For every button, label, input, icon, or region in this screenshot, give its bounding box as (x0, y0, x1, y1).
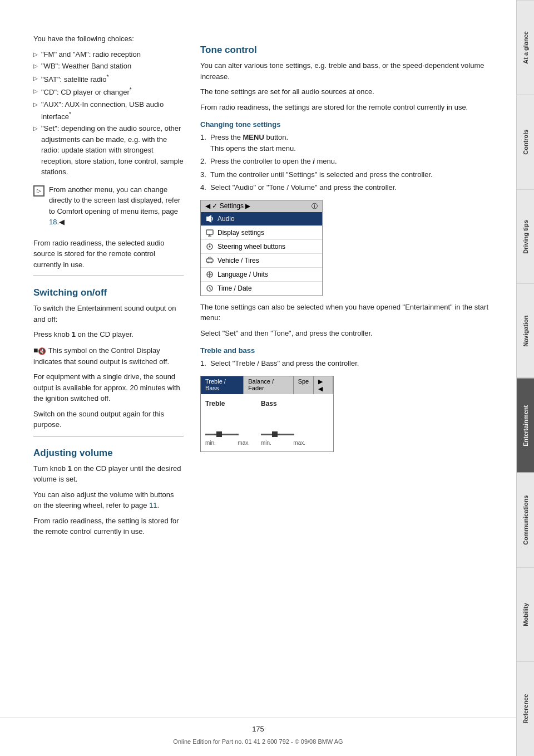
adjusting-body1: Turn knob 1 on the CD player until the d… (33, 463, 184, 485)
svg-point-6 (209, 246, 211, 247)
treble-slider-area (205, 410, 250, 438)
divider-2 (33, 436, 184, 436)
after-menu2: Select "Set" and then "Tone", and press … (200, 328, 505, 339)
intro-text: You have the following choices: (33, 33, 184, 45)
sidebar-tab-reference[interactable]: Reference (517, 661, 534, 756)
choices-list: "FM" and "AM": radio reception "WB": Wea… (33, 49, 184, 178)
page-bottom: 175 Online Edition for Part no. 01 41 2 … (0, 718, 516, 756)
bass-minmax: min. max. (261, 440, 305, 446)
tone-intro2: The tone settings are set for all audio … (200, 86, 505, 97)
note-box: ▷ From another menu, you can change dire… (33, 184, 184, 232)
step-1: Press the MENU button.This opens the sta… (200, 132, 505, 154)
menu-item-vehicle-label: Vehicle / Tires (217, 257, 259, 264)
bass-min-label: min. (261, 440, 271, 446)
menu-item-display-label: Display settings (217, 229, 264, 237)
menu-item-language: Language / Units (201, 268, 322, 282)
asterisk-aux: * (69, 111, 71, 117)
choice-set: "Set": depending on the audio source, ot… (33, 123, 184, 178)
sidebar-tab-communications[interactable]: Communications (517, 473, 534, 567)
menu-item-steering: Steering wheel buttons (201, 240, 322, 254)
bass-slider-area (261, 410, 305, 438)
settings-menu-header: ◀ ✓ Settings ▶ ⓘ (201, 200, 322, 212)
treble-bass-title: Treble and bass (200, 346, 505, 355)
sidebar-tab-at-a-glance[interactable]: At a glance (517, 0, 534, 95)
step-2: Press the controller to open the i menu. (200, 156, 505, 167)
bass-control: Bass min. max. (261, 400, 305, 446)
choice-sat: "SAT": satellite radio* (33, 73, 184, 85)
menu-item-audio: Audio (201, 212, 322, 226)
choice-cd: "CD": CD player or changer* (33, 86, 184, 98)
note-text: From another menu, you can change direct… (49, 184, 184, 228)
switching-symbol-text: ■🔇 This symbol on the Control Display in… (33, 345, 184, 367)
divider-1 (33, 276, 184, 276)
switching-body4: Switch on the sound output again for thi… (33, 409, 184, 430)
tab-arrow[interactable]: ▶ ◀ (314, 376, 333, 394)
page-link-11[interactable]: 11 (149, 501, 157, 509)
switching-title: Switching on/off (33, 287, 184, 298)
language-icon (205, 270, 214, 279)
changing-tone-title: Changing tone settings (200, 120, 505, 129)
treble-max-label: max. (238, 440, 250, 446)
choice-aux: "AUX": AUX-In connection, USB audio inte… (33, 99, 184, 122)
right-sidebar: At a glance Controls Driving tips Naviga… (516, 0, 534, 756)
adjusting-body3: From radio readiness, the setting is sto… (33, 516, 184, 537)
page-number: 175 (173, 724, 343, 735)
treble-control: Treble min. max. (205, 400, 250, 446)
sidebar-tab-driving-tips[interactable]: Driving tips (517, 189, 534, 284)
left-column: You have the following choices: "FM" and… (33, 33, 184, 723)
tab-treble-bass[interactable]: Treble / Bass (201, 376, 244, 394)
asterisk-sat: * (106, 74, 108, 80)
display-icon (205, 228, 214, 237)
adjusting-body2: You can also adjust the volume with butt… (33, 489, 184, 511)
page-link-18[interactable]: 18 (49, 218, 57, 226)
tab-balance-fader[interactable]: Balance / Fader (244, 376, 294, 394)
adjusting-title: Adjusting volume (33, 448, 184, 459)
sidebar-tab-mobility[interactable]: Mobility (517, 567, 534, 662)
settings-menu-image: ◀ ✓ Settings ▶ ⓘ Audio Display settings (200, 200, 323, 296)
step-4: Select "Audio" or "Tone / Volume" and pr… (200, 182, 505, 193)
bass-slider-track[interactable] (261, 434, 294, 435)
bass-max-label: max. (293, 440, 305, 446)
tone-title: Tone control (200, 45, 505, 56)
footer-text: Online Edition for Part no. 01 41 2 600 … (173, 737, 343, 747)
choice-fm: "FM" and "AM": radio reception (33, 49, 184, 60)
menu-item-language-label: Language / Units (217, 271, 268, 278)
menu-item-vehicle: Vehicle / Tires (201, 254, 322, 268)
bass-label: Bass (261, 400, 277, 408)
menu-item-display: Display settings (201, 226, 322, 240)
settings-header-icon: ⓘ (312, 202, 318, 210)
menu-item-steering-label: Steering wheel buttons (217, 243, 285, 251)
settings-header-label: ◀ ✓ Settings ▶ (205, 202, 250, 210)
treble-minmax: min. max. (205, 440, 250, 446)
bass-slider-handle[interactable] (272, 431, 278, 437)
sidebar-tab-entertainment[interactable]: Entertainment (517, 378, 534, 473)
time-icon (205, 284, 214, 293)
tab-spe[interactable]: Spe (294, 376, 314, 394)
after-menu1: The tone settings can also be selected w… (200, 302, 505, 323)
svg-rect-8 (206, 259, 213, 262)
treble-slider-track[interactable] (205, 434, 239, 435)
svg-line-15 (210, 288, 211, 289)
menu-item-time: Time / Date (201, 282, 322, 296)
treble-slider-handle[interactable] (216, 431, 222, 437)
page-container: You have the following choices: "FM" and… (0, 0, 534, 756)
tone-panel: Treble / Bass Balance / Fader Spe ▶ ◀ Tr… (200, 376, 334, 452)
step-3: Turn the controller until "Settings" is … (200, 169, 505, 180)
treble-bass-steps: Select "Treble / Bass" and press the con… (200, 358, 505, 369)
tone-controls: Treble min. max. (201, 394, 333, 451)
menu-item-audio-label: Audio (217, 215, 235, 223)
svg-rect-2 (206, 230, 213, 234)
sidebar-tab-navigation[interactable]: Navigation (517, 283, 534, 378)
sidebar-tab-controls[interactable]: Controls (517, 95, 534, 189)
svg-marker-1 (209, 215, 211, 223)
main-content: You have the following choices: "FM" and… (0, 0, 516, 756)
steering-icon (205, 242, 214, 251)
tone-panel-tabs: Treble / Bass Balance / Fader Spe ▶ ◀ (201, 376, 333, 394)
steps-list: Press the MENU button.This opens the sta… (200, 132, 505, 193)
treble-label: Treble (205, 400, 225, 408)
vehicle-icon (205, 256, 214, 265)
switching-body1: To switch the Entertainment sound output… (33, 303, 184, 325)
svg-rect-0 (206, 217, 209, 221)
menu-item-time-label: Time / Date (217, 284, 252, 292)
note-icon: ▷ (33, 185, 44, 197)
